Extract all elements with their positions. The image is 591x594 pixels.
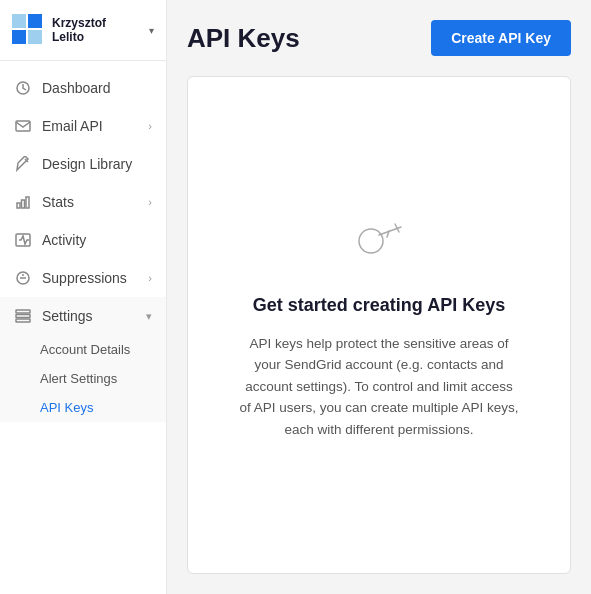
sidebar-item-activity[interactable]: Activity — [0, 221, 166, 259]
chevron-down-icon-settings: ▾ — [146, 310, 152, 323]
svg-rect-14 — [16, 319, 30, 322]
svg-rect-7 — [22, 200, 25, 208]
sidebar-item-email-api[interactable]: Email API › — [0, 107, 166, 145]
sidebar-header[interactable]: Krzysztof Lelito ▾ — [0, 0, 166, 61]
page-title: API Keys — [187, 23, 300, 54]
svg-point-11 — [22, 274, 24, 276]
sidebar-item-suppressions[interactable]: Suppressions › — [0, 259, 166, 297]
key-icon-wrapper — [349, 209, 409, 273]
svg-rect-5 — [16, 121, 30, 131]
create-api-key-button[interactable]: Create API Key — [431, 20, 571, 56]
sendgrid-logo — [12, 14, 44, 46]
svg-point-15 — [359, 229, 383, 253]
empty-state-title: Get started creating API Keys — [253, 293, 505, 318]
suppressions-icon — [14, 269, 32, 287]
sidebar-item-label-suppressions: Suppressions — [42, 270, 138, 286]
sidebar-item-settings[interactable]: Settings ▾ — [0, 297, 166, 335]
activity-icon — [14, 231, 32, 249]
main-content: API Keys Create API Key Get started crea… — [167, 0, 591, 594]
svg-rect-6 — [17, 203, 20, 208]
email-icon — [14, 117, 32, 135]
settings-subnav: Account Details Alert Settings API Keys — [0, 335, 166, 422]
subnav-item-alert-settings[interactable]: Alert Settings — [0, 364, 166, 393]
empty-state-card: Get started creating API Keys API keys h… — [187, 76, 571, 574]
page-header: API Keys Create API Key — [187, 20, 571, 56]
stats-icon — [14, 193, 32, 211]
settings-icon — [14, 307, 32, 325]
sidebar-item-label-settings: Settings — [42, 308, 136, 324]
sidebar-item-label-design-library: Design Library — [42, 156, 152, 172]
subnav-item-account-details[interactable]: Account Details — [0, 335, 166, 364]
sidebar-nav: Dashboard Email API › Design Library — [0, 61, 166, 594]
sidebar-item-design-library[interactable]: Design Library — [0, 145, 166, 183]
svg-rect-1 — [28, 14, 42, 28]
svg-rect-0 — [12, 14, 26, 28]
svg-rect-2 — [12, 30, 26, 44]
sidebar: Krzysztof Lelito ▾ Dashboard Email API — [0, 0, 167, 594]
sidebar-item-label-email-api: Email API — [42, 118, 138, 134]
sidebar-item-label-dashboard: Dashboard — [42, 80, 152, 96]
empty-state-description: API keys help protect the sensitive area… — [239, 333, 519, 441]
design-icon — [14, 155, 32, 173]
chevron-right-icon: › — [148, 120, 152, 132]
sidebar-item-label-stats: Stats — [42, 194, 138, 210]
chevron-down-icon: ▾ — [149, 25, 154, 36]
sidebar-item-settings-group: Settings ▾ Account Details Alert Setting… — [0, 297, 166, 422]
svg-rect-8 — [26, 197, 29, 208]
svg-rect-13 — [16, 315, 30, 318]
key-icon — [349, 209, 409, 269]
sidebar-item-label-activity: Activity — [42, 232, 152, 248]
sidebar-item-stats[interactable]: Stats › — [0, 183, 166, 221]
sidebar-item-dashboard[interactable]: Dashboard — [0, 69, 166, 107]
svg-rect-12 — [16, 310, 30, 313]
sidebar-user-name: Krzysztof Lelito — [52, 16, 141, 45]
chevron-right-icon-stats: › — [148, 196, 152, 208]
dashboard-icon — [14, 79, 32, 97]
chevron-right-icon-suppressions: › — [148, 272, 152, 284]
svg-rect-3 — [28, 30, 42, 44]
subnav-item-api-keys[interactable]: API Keys — [0, 393, 166, 422]
